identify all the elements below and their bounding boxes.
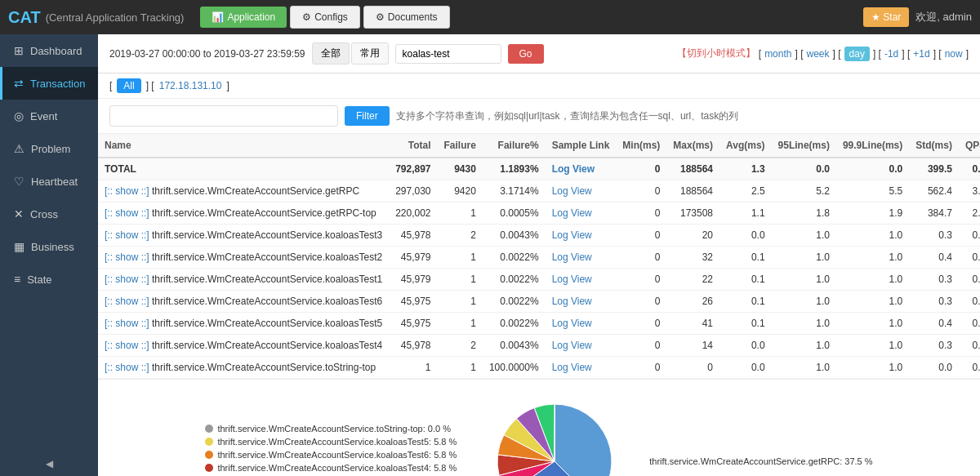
row-name-5: thrift.service.WmCreateAccountService.ko… [152,296,382,307]
filter-hint: 支持多个字符串查询，例如sql|url|task，查询结果为包含任一sql、ur… [396,109,739,123]
legend-label: thrift.service.WmCreateAccountService.to… [217,424,451,434]
time-month-link[interactable]: month [764,48,791,60]
sidebar-item-cross[interactable]: ✕ Cross [0,198,98,230]
col-999line: 99.9Line(ms) [836,134,909,158]
app-logo: CAT [8,8,41,27]
toolbar-right: 【切到小时模式】 [ month ] [ week ] [ day ] [ -1… [677,47,969,61]
col-sample: Sample Link [546,134,617,158]
main-layout: ⊞ Dashboard ⇄ Transaction ◎ Event ⚠ Prob… [0,34,980,476]
filter-all-btn[interactable]: 全部 [312,42,350,65]
bar-chart-icon: 📊 [212,11,224,23]
show-link-4[interactable]: [:: show ::] [105,274,149,285]
sidebar-item-heartbeat[interactable]: ♡ Heartbeat [0,165,98,198]
sidebar-label-transaction: Transaction [30,78,85,90]
legend-item: thrift.service.WmCreateAccountService.ko… [205,437,457,447]
table-row: [:: show ::] thrift.service.WmCreateAcco… [98,291,980,313]
show-link-5[interactable]: [:: show ::] [105,296,149,307]
table-row: [:: show ::] thrift.service.WmCreateAcco… [98,335,980,357]
time-plus1d-link[interactable]: +1d [913,48,929,60]
legend-dot [205,425,213,433]
dashboard-icon: ⊞ [14,44,24,57]
row-name-6: thrift.service.WmCreateAccountService.ko… [152,318,382,329]
show-link-8[interactable]: [:: show ::] [105,362,149,373]
legend-item: thrift.service.WmCreateAccountService.ko… [205,463,457,473]
time-minus1d-link[interactable]: -1d [884,48,898,60]
filter-common-btn[interactable]: 常用 [351,42,389,65]
sidebar-label-state: State [27,274,51,286]
col-95line: 95Line(ms) [772,134,836,158]
total-name: TOTAL [98,158,389,180]
col-name: Name [98,134,389,158]
show-link-2[interactable]: [:: show ::] [105,229,149,241]
data-table-container: Name Total Failure Failure% Sample Link … [98,134,980,379]
log-view-2: Log View [552,229,592,241]
legend-dot [205,464,213,472]
legend-label: thrift.service.WmCreateAccountService.ko… [217,463,457,473]
pie-chart [473,396,636,476]
sidebar-label-cross: Cross [30,208,58,220]
legend-item: thrift.service.WmCreateAccountService.to… [205,424,457,434]
filter-btn-group: 全部 常用 [312,42,389,65]
main-content: 2019-03-27 00:00:00 to 2019-03-27 23:59:… [98,34,980,476]
time-day-link[interactable]: day [844,47,870,61]
go-button[interactable]: Go [508,44,544,64]
row-name-8: thrift.service.WmCreateAccountService.to… [152,362,376,373]
show-link-1[interactable]: [:: show ::] [105,207,149,219]
star-button[interactable]: ★ Star [863,7,909,27]
toolbar: 2019-03-27 00:00:00 to 2019-03-27 23:59:… [98,34,980,73]
sidebar: ⊞ Dashboard ⇄ Transaction ◎ Event ⚠ Prob… [0,34,98,476]
sidebar-item-event[interactable]: ◎ Event [0,100,98,132]
sidebar-item-state[interactable]: ≡ State [0,263,98,296]
table-row: [:: show ::] thrift.service.WmCreateAcco… [98,225,980,247]
welcome-label: 欢迎, admin [915,10,972,24]
state-icon: ≡ [14,273,20,286]
col-qps: QPS [959,134,980,158]
log-view-3: Log View [552,251,592,263]
show-link-3[interactable]: [:: show ::] [105,251,149,263]
table-row: [:: show ::] thrift.service.WmCreateAcco… [98,202,980,225]
row-name-7: thrift.service.WmCreateAccountService.ko… [152,340,382,351]
sidebar-label-problem: Problem [31,143,70,155]
switch-hour-btn[interactable]: 【切到小时模式】 [677,47,755,60]
pie-legend: thrift.service.WmCreateAccountService.to… [205,424,457,476]
sidebar-item-dashboard[interactable]: ⊞ Dashboard [0,34,98,67]
date-range-label: 2019-03-27 00:00:00 to 2019-03-27 23:59:… [109,48,305,60]
event-icon: ◎ [14,109,24,122]
configs-nav-btn[interactable]: ⚙ Configs [290,6,360,29]
col-failure: Failure [438,134,483,158]
filter-input[interactable] [109,105,338,127]
col-total: Total [389,134,437,158]
sidebar-item-business[interactable]: ▦ Business [0,230,98,263]
time-now-link[interactable]: now [945,48,963,60]
filter-bar: Filter 支持多个字符串查询，例如sql|url|task，查询结果为包含任… [98,99,980,134]
show-link-7[interactable]: [:: show ::] [105,340,149,351]
application-nav-btn[interactable]: 📊 Application [200,7,287,28]
col-min: Min(ms) [616,134,666,158]
sidebar-item-problem[interactable]: ⚠ Problem [0,132,98,165]
sidebar-label-business: Business [31,241,74,253]
log-view-5: Log View [552,296,592,307]
table-header-row: Name Total Failure Failure% Sample Link … [98,134,980,158]
sidebar-label-event: Event [30,110,57,122]
col-std: Std(ms) [909,134,959,158]
filter-action-btn[interactable]: Filter [345,106,390,126]
tag-ip[interactable]: 172.18.131.10 [159,80,222,91]
sidebar-item-transaction[interactable]: ⇄ Transaction [0,67,98,100]
log-view-0: Log View [552,185,592,197]
documents-nav-btn[interactable]: ⚙ Documents [363,6,450,29]
col-max: Max(ms) [666,134,719,158]
log-view-6: Log View [552,318,592,329]
pie-slice [555,404,612,476]
legend-item: thrift.service.WmCreateAccountService.ko… [205,450,457,460]
tag-all[interactable]: All [117,78,140,93]
log-view-7: Log View [552,340,592,351]
row-name-3: thrift.service.WmCreateAccountService.ko… [152,251,382,263]
business-icon: ▦ [14,240,24,253]
data-table: Name Total Failure Failure% Sample Link … [98,134,980,379]
time-week-link[interactable]: week [807,48,830,60]
show-link-0[interactable]: [:: show ::] [105,185,149,197]
row-name-1: thrift.service.WmCreateAccountService.ge… [152,207,376,219]
show-link-6[interactable]: [:: show ::] [105,318,149,329]
sidebar-collapse-btn[interactable]: ◀ [0,452,98,476]
search-input[interactable] [395,44,501,64]
